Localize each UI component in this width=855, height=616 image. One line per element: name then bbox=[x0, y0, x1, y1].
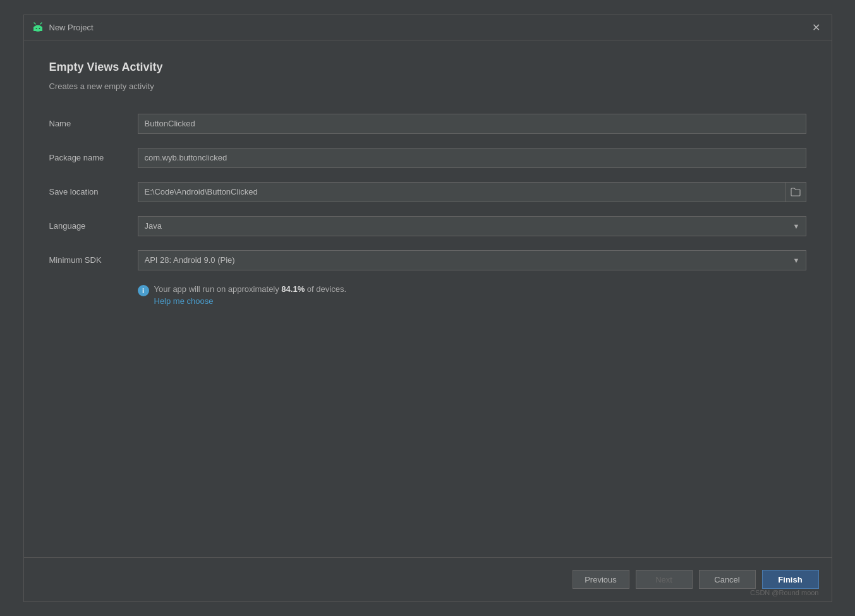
minimum-sdk-select[interactable]: API 21: Android 5.0 (Lollipop) API 22: A… bbox=[138, 250, 806, 270]
language-label: Language bbox=[49, 221, 138, 231]
sdk-info-text: Your app will run on approximately 84.1%… bbox=[154, 284, 347, 294]
name-label: Name bbox=[49, 119, 138, 128]
cancel-button[interactable]: Cancel bbox=[699, 570, 756, 589]
save-location-input-group bbox=[138, 182, 806, 202]
dialog-footer: Previous Next Cancel Finish CSDN @Round … bbox=[24, 557, 832, 601]
title-bar: New Project ✕ bbox=[24, 15, 832, 40]
save-location-label: Save location bbox=[49, 187, 138, 196]
sdk-info-suffix: of devices. bbox=[305, 284, 346, 294]
new-project-dialog: New Project ✕ Empty Views Activity Creat… bbox=[23, 15, 832, 602]
save-location-input[interactable] bbox=[138, 182, 785, 202]
name-input[interactable] bbox=[138, 114, 806, 134]
minimum-sdk-row: Minimum SDK API 21: Android 5.0 (Lollipo… bbox=[49, 250, 806, 270]
previous-button[interactable]: Previous bbox=[573, 570, 629, 589]
language-row: Language Java Kotlin ▼ bbox=[49, 216, 806, 236]
svg-point-3 bbox=[39, 28, 40, 29]
minimum-sdk-select-wrapper: API 21: Android 5.0 (Lollipop) API 22: A… bbox=[138, 250, 806, 270]
page-title: Empty Views Activity bbox=[49, 61, 806, 74]
minimum-sdk-label: Minimum SDK bbox=[49, 255, 138, 265]
finish-button[interactable]: Finish bbox=[762, 570, 819, 589]
close-button[interactable]: ✕ bbox=[809, 20, 824, 35]
next-button[interactable]: Next bbox=[636, 570, 693, 589]
watermark: CSDN @Round moon bbox=[750, 589, 818, 596]
package-name-row: Package name bbox=[49, 148, 806, 168]
browse-folder-button[interactable] bbox=[785, 182, 806, 202]
save-location-row: Save location bbox=[49, 182, 806, 202]
language-select-wrapper: Java Kotlin ▼ bbox=[138, 216, 806, 236]
svg-point-2 bbox=[35, 28, 37, 29]
title-bar-left: New Project bbox=[32, 21, 94, 33]
sdk-info-section: i Your app will run on approximately 84.… bbox=[138, 284, 806, 306]
sdk-info-content: Your app will run on approximately 84.1%… bbox=[154, 284, 347, 306]
sdk-percentage: 84.1% bbox=[281, 284, 305, 294]
page-subtitle: Creates a new empty activity bbox=[49, 82, 806, 91]
android-icon bbox=[32, 21, 44, 33]
language-select[interactable]: Java Kotlin bbox=[138, 216, 806, 236]
sdk-info-prefix: Your app will run on approximately bbox=[154, 284, 282, 294]
svg-line-4 bbox=[34, 23, 35, 24]
svg-line-5 bbox=[40, 23, 42, 24]
name-row: Name bbox=[49, 114, 806, 134]
help-me-choose-link[interactable]: Help me choose bbox=[154, 296, 347, 306]
dialog-content: Empty Views Activity Creates a new empty… bbox=[24, 40, 832, 557]
info-icon: i bbox=[138, 285, 149, 296]
package-name-label: Package name bbox=[49, 153, 138, 162]
folder-icon bbox=[791, 188, 801, 196]
dialog-title: New Project bbox=[49, 23, 94, 32]
package-name-input[interactable] bbox=[138, 148, 806, 168]
svg-rect-1 bbox=[33, 27, 42, 31]
